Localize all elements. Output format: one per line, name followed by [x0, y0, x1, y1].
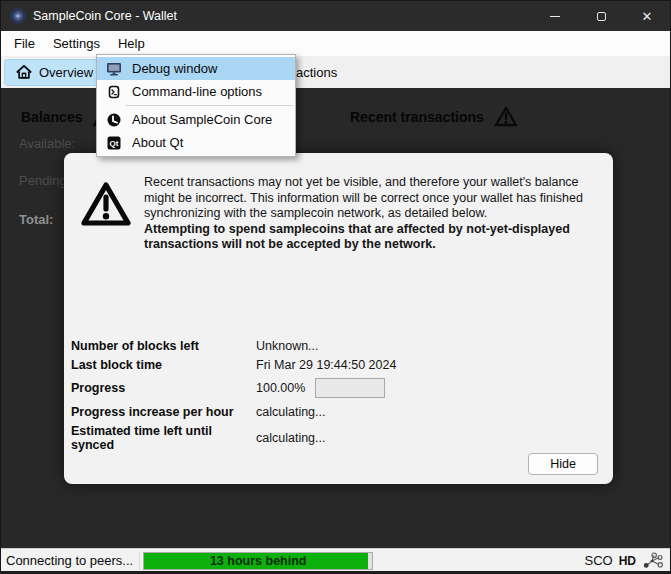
- sync-row-value: Unknown...: [256, 339, 319, 353]
- app-logo-icon: [104, 113, 124, 127]
- sync-warning-message-normal: Recent transactions may not yet be visib…: [144, 175, 583, 220]
- sync-warning-message: Recent transactions may not yet be visib…: [144, 175, 606, 253]
- menu-file[interactable]: File: [5, 33, 44, 54]
- menu-settings[interactable]: Settings: [44, 33, 109, 54]
- sync-row-value: calculating...: [256, 431, 325, 445]
- minimize-icon: [550, 16, 560, 17]
- recent-transactions-section-header: Recent transactions: [350, 106, 518, 127]
- close-icon: ✕: [642, 10, 653, 23]
- sync-row-last-block-time: Last block time Fri Mar 29 19:44:50 2024: [71, 358, 591, 372]
- sync-progress-bar: [315, 378, 385, 398]
- sync-row-label: Last block time: [71, 358, 256, 372]
- menu-item-label: Command-line options: [132, 84, 262, 99]
- sync-row-label: Number of blocks left: [71, 339, 256, 353]
- menubar: File Settings Help: [1, 31, 670, 56]
- warning-icon: [80, 181, 132, 253]
- sync-row-progress-increase: Progress increase per hour calculating..…: [71, 405, 591, 419]
- window-title: SampleCoin Core - Wallet: [33, 9, 177, 23]
- svg-text:Qt: Qt: [110, 139, 119, 148]
- sync-row-blocks-left: Number of blocks left Unknown...: [71, 339, 591, 353]
- console-icon: [104, 85, 124, 99]
- sync-detail-rows: Number of blocks left Unknown... Last bl…: [71, 339, 591, 457]
- sync-warning-modal: Recent transactions may not yet be visib…: [64, 153, 613, 484]
- help-menu-popup: Debug window Command-line options About …: [96, 54, 296, 157]
- menu-item-about-qt[interactable]: Qt About Qt: [97, 131, 295, 154]
- sync-status-progress-label: 13 hours behind: [144, 553, 372, 569]
- tab-overview-label: Overview: [39, 65, 93, 80]
- maximize-button[interactable]: [578, 1, 624, 31]
- unit-display[interactable]: SCO: [584, 553, 612, 568]
- app-window: SampleCoin Core - Wallet ✕ File Settings…: [0, 0, 671, 574]
- menu-item-label: Debug window: [132, 61, 217, 76]
- sync-row-label: Progress increase per hour: [71, 405, 256, 419]
- sync-row-time-left: Estimated time left until synced calcula…: [71, 424, 591, 452]
- qt-logo-icon: Qt: [104, 136, 124, 150]
- sync-row-value: Fri Mar 29 19:44:50 2024: [256, 358, 396, 372]
- network-connections-icon[interactable]: [642, 552, 664, 569]
- hide-button[interactable]: Hide: [528, 453, 598, 475]
- balances-title: Balances: [21, 109, 82, 125]
- menu-item-label: About SampleCoin Core: [132, 112, 272, 127]
- menu-item-about-samplecoin-core[interactable]: About SampleCoin Core: [97, 108, 295, 131]
- maximize-icon: [597, 12, 606, 21]
- sync-progress-percent: 100.00%: [256, 381, 305, 395]
- menu-item-label: About Qt: [132, 135, 183, 150]
- sync-row-label: Progress: [71, 381, 256, 395]
- close-button[interactable]: ✕: [624, 1, 670, 31]
- home-icon: [15, 64, 33, 80]
- sync-status-progress-bar: 13 hours behind: [143, 552, 373, 570]
- sync-row-progress: Progress 100.00%: [71, 378, 591, 398]
- menu-item-debug-window[interactable]: Debug window: [97, 57, 295, 80]
- sync-row-label: Estimated time left until synced: [71, 424, 256, 452]
- monitor-icon: [104, 62, 124, 76]
- app-logo-icon: [10, 8, 26, 24]
- recent-transactions-title: Recent transactions: [350, 109, 484, 125]
- statusbar: Connecting to peers... 13 hours behind S…: [1, 548, 670, 572]
- balance-row-pending-label: Pending:: [19, 173, 70, 188]
- titlebar: SampleCoin Core - Wallet ✕: [1, 1, 670, 31]
- minimize-button[interactable]: [532, 1, 578, 31]
- menu-separator: [125, 105, 293, 106]
- tab-overview[interactable]: Overview: [4, 59, 104, 86]
- status-message: Connecting to peers...: [1, 553, 139, 568]
- statusbar-separator: [139, 552, 140, 570]
- tab-transactions-occluded[interactable]: actions: [296, 65, 337, 80]
- balance-row-available-label: Available:: [19, 136, 75, 151]
- menu-item-command-line-options[interactable]: Command-line options: [97, 80, 295, 103]
- warning-icon: [494, 106, 518, 127]
- menu-help[interactable]: Help: [109, 33, 154, 54]
- sync-row-value: calculating...: [256, 405, 325, 419]
- sync-warning-message-bold: Attempting to spend samplecoins that are…: [144, 222, 570, 252]
- hd-wallet-badge: HD: [619, 554, 636, 568]
- balance-row-total-label: Total:: [19, 212, 53, 227]
- overview-page-dimmed: Balances Recent transactions Available:: [1, 88, 670, 548]
